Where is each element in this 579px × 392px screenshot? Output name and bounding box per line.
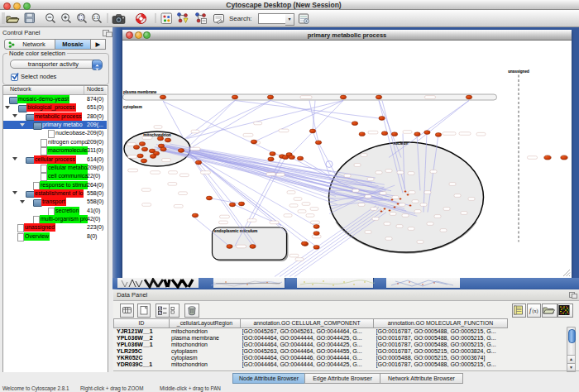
svg-text:····: ····: [177, 205, 179, 208]
svg-text:····: ····: [286, 214, 289, 217]
svg-text:····: ····: [406, 131, 409, 133]
svg-text:····: ····: [145, 189, 147, 191]
svg-text:····: ····: [447, 132, 450, 135]
svg-text:····: ····: [371, 131, 374, 134]
svg-text:····: ····: [399, 171, 401, 174]
svg-text:····: ····: [304, 96, 307, 98]
svg-text:····: ····: [445, 208, 447, 210]
svg-text:unassigned: unassigned: [508, 69, 529, 73]
svg-text:····: ····: [240, 245, 242, 247]
svg-text:····: ····: [304, 203, 307, 205]
svg-text:····: ····: [346, 174, 348, 177]
svg-text:····: ····: [146, 203, 148, 206]
svg-text:····: ····: [428, 96, 431, 98]
svg-text:····: ····: [222, 221, 224, 223]
svg-text:····: ····: [400, 203, 403, 206]
svg-text:····: ····: [165, 159, 167, 161]
svg-text:····: ····: [369, 178, 371, 180]
svg-text:····: ····: [356, 164, 358, 166]
svg-text:····: ····: [377, 171, 380, 174]
svg-text:····: ····: [385, 222, 388, 225]
svg-text:····: ····: [416, 210, 419, 213]
svg-text:endoplasmic reticulum: endoplasmic reticulum: [214, 229, 257, 233]
svg-text:····: ····: [183, 174, 185, 176]
svg-text:····: ····: [309, 214, 311, 217]
svg-text:····: ····: [360, 203, 362, 206]
svg-text:····: ····: [398, 225, 400, 227]
svg-text:····: ····: [463, 132, 466, 135]
svg-text:····: ····: [480, 133, 482, 136]
svg-text:····: ····: [156, 126, 159, 128]
svg-text:····: ····: [293, 255, 295, 257]
svg-text:····: ····: [374, 218, 376, 220]
svg-text:····: ····: [456, 194, 458, 197]
svg-text:····: ····: [426, 191, 428, 194]
svg-text:····: ····: [432, 170, 434, 173]
svg-text:····: ····: [436, 215, 438, 218]
svg-text:plasma membrane: plasma membrane: [123, 90, 157, 94]
svg-text:····: ····: [279, 174, 281, 176]
svg-text:····: ····: [256, 122, 259, 124]
svg-text:····: ····: [315, 235, 318, 237]
svg-text:(x): (x): [533, 308, 538, 314]
svg-text:····: ····: [194, 130, 196, 132]
svg-text:····: ····: [362, 154, 365, 156]
svg-text:····: ····: [422, 203, 424, 206]
svg-text:····: ····: [462, 212, 465, 214]
svg-text:····: ····: [428, 222, 431, 225]
svg-text:····: ····: [131, 155, 133, 158]
svg-text:····: ····: [313, 208, 315, 210]
svg-text:····: ····: [181, 192, 184, 194]
svg-text:····: ····: [273, 221, 275, 223]
svg-text:····: ····: [296, 198, 299, 200]
svg-text:····: ····: [130, 143, 132, 146]
svg-text:····: ····: [290, 191, 292, 194]
svg-text:····: ····: [313, 221, 316, 223]
svg-text:····: ····: [531, 156, 534, 159]
svg-text:····: ····: [300, 210, 303, 213]
svg-text:····: ····: [366, 195, 369, 198]
svg-text:····: ····: [223, 215, 226, 218]
svg-text:····: ····: [292, 204, 294, 207]
svg-text:····: ····: [414, 200, 416, 203]
svg-text:cytoplasm: cytoplasm: [123, 105, 142, 109]
svg-text:····: ····: [171, 183, 174, 185]
svg-text:····: ····: [354, 189, 356, 192]
svg-text:····: ····: [298, 258, 300, 261]
svg-text:····: ····: [387, 170, 390, 172]
svg-text:····: ····: [132, 169, 134, 171]
svg-text:····: ····: [246, 134, 249, 136]
svg-text:····: ····: [409, 227, 412, 230]
svg-text:····: ····: [394, 196, 396, 198]
svg-text:····: ····: [451, 183, 453, 185]
svg-text:····: ····: [470, 198, 472, 200]
svg-text:····: ····: [391, 213, 394, 215]
svg-text:····: ····: [251, 219, 253, 222]
svg-text:····: ····: [194, 147, 196, 150]
svg-text:····: ····: [366, 231, 369, 233]
svg-text:····: ····: [409, 172, 412, 174]
svg-text:1:1: 1:1: [93, 16, 99, 20]
svg-text:····: ····: [381, 192, 384, 194]
svg-text:····: ····: [282, 129, 285, 131]
svg-text:····: ····: [146, 136, 148, 139]
svg-text:····: ····: [270, 173, 272, 175]
svg-text:····: ····: [171, 171, 174, 174]
svg-text:····: ····: [442, 229, 444, 232]
svg-text:····: ····: [154, 171, 156, 174]
svg-text:····: ····: [410, 191, 413, 194]
svg-text:····: ····: [404, 214, 406, 217]
svg-text:····: ····: [419, 241, 421, 243]
svg-text:····: ····: [204, 171, 207, 174]
svg-text:····: ····: [387, 237, 390, 240]
svg-text:····: ····: [372, 208, 375, 210]
